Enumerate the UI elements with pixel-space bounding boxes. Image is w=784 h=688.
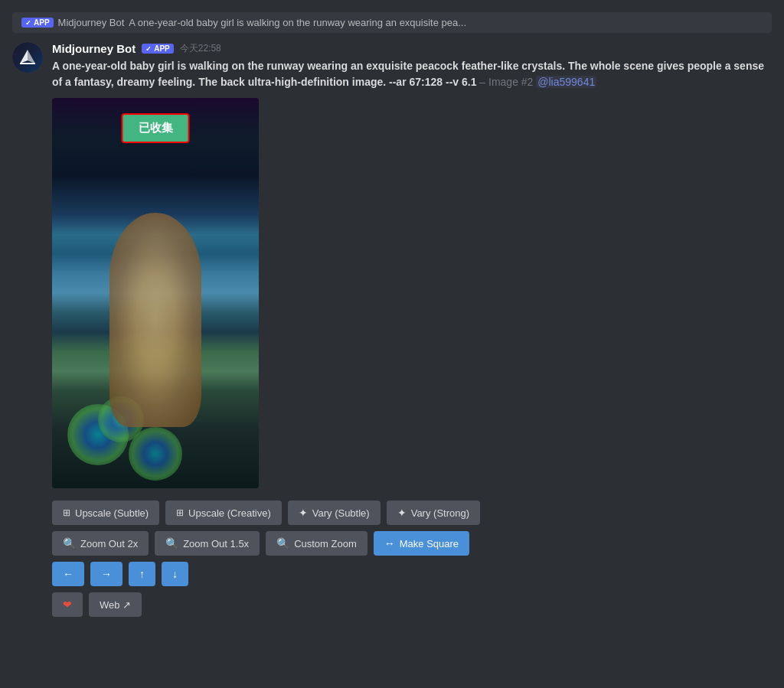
avatar-image: [12, 42, 43, 73]
app-badge-top: APP: [21, 18, 54, 28]
upscale-creative-button[interactable]: ⊞ Upscale (Creative): [165, 501, 282, 525]
zoom-out-1x5-button[interactable]: 🔍 Zoom Out 1.5x: [155, 531, 260, 556]
vary-subtle-label: Vary (Subtle): [312, 507, 370, 519]
upscale-subtle-label: Upscale (Subtle): [75, 507, 149, 519]
generated-image: [52, 98, 259, 488]
upscale-subtle-button[interactable]: ⊞ Upscale (Subtle): [52, 501, 159, 525]
button-row-1: ⊞ Upscale (Subtle) ⊞ Upscale (Creative) …: [52, 501, 772, 525]
mention: @lia599641: [536, 76, 596, 88]
peacock-decor-3: [129, 427, 182, 481]
bot-username: Midjourney Bot: [52, 42, 136, 55]
svg-marker-0: [20, 50, 28, 64]
button-row-3: ← → ↑ ↓: [52, 562, 772, 586]
button-row-2: 🔍 Zoom Out 2x 🔍 Zoom Out 1.5x 🔍 Custom Z…: [52, 531, 772, 556]
notification-bot-name: Midjourney Bot: [58, 17, 125, 28]
upscale-creative-icon: ⊞: [176, 507, 184, 518]
web-label: Web ↗: [100, 599, 131, 611]
buttons-area: ⊞ Upscale (Subtle) ⊞ Upscale (Creative) …: [52, 501, 772, 617]
app-badge: APP: [142, 44, 174, 54]
zoom-out-1x5-label: Zoom Out 1.5x: [183, 538, 249, 549]
arrow-up-icon: ↑: [139, 568, 145, 580]
vary-strong-button[interactable]: ✦ Vary (Strong): [387, 501, 480, 525]
make-square-icon: ↔: [384, 537, 395, 549]
upscale-creative-label: Upscale (Creative): [188, 507, 271, 519]
zoom-out-2x-button[interactable]: 🔍 Zoom Out 2x: [52, 531, 149, 556]
arrow-up-button[interactable]: ↑: [129, 562, 155, 586]
upscale-subtle-icon: ⊞: [63, 507, 70, 518]
message-timestamp: 今天22:58: [180, 42, 221, 55]
heart-icon: ❤: [63, 598, 72, 611]
custom-zoom-icon: 🔍: [276, 537, 289, 549]
svg-marker-1: [28, 50, 35, 64]
message-row: Midjourney Bot APP 今天22:58 A one-year-ol…: [12, 42, 772, 617]
vary-subtle-button[interactable]: ✦ Vary (Subtle): [288, 501, 381, 525]
baby-silhouette: [109, 213, 201, 427]
make-square-label: Make Square: [400, 538, 459, 549]
make-square-button[interactable]: ↔ Make Square: [374, 531, 469, 556]
image-number: – Image #2: [479, 76, 536, 88]
custom-zoom-label: Custom Zoom: [294, 538, 357, 549]
notification-bar: APP Midjourney Bot A one-year-old baby g…: [12, 12, 772, 33]
message-text: A one-year-old baby girl is walking on t…: [52, 58, 772, 90]
arrow-right-button[interactable]: →: [90, 562, 122, 586]
message-body: A one-year-old baby girl is walking on t…: [52, 60, 764, 88]
web-button[interactable]: Web ↗: [89, 592, 142, 617]
notification-preview: A one-year-old baby girl is walking on t…: [129, 17, 466, 28]
avatar: [12, 42, 43, 73]
arrow-right-icon: →: [101, 568, 112, 580]
collected-button[interactable]: 已收集: [122, 113, 190, 143]
vary-strong-icon: ✦: [397, 507, 407, 519]
zoom-out-1x5-icon: 🔍: [165, 537, 178, 549]
vary-subtle-icon: ✦: [299, 507, 308, 519]
button-row-4: ❤ Web ↗: [52, 592, 772, 617]
arrow-down-icon: ↓: [172, 568, 178, 580]
heart-button[interactable]: ❤: [52, 592, 83, 617]
vary-strong-label: Vary (Strong): [411, 507, 469, 519]
arrow-down-button[interactable]: ↓: [162, 562, 188, 586]
arrow-left-icon: ←: [63, 568, 74, 580]
custom-zoom-button[interactable]: 🔍 Custom Zoom: [266, 531, 368, 556]
arrow-left-button[interactable]: ←: [52, 562, 84, 586]
message-content: Midjourney Bot APP 今天22:58 A one-year-ol…: [52, 42, 772, 617]
zoom-out-2x-label: Zoom Out 2x: [80, 538, 138, 549]
message-header: Midjourney Bot APP 今天22:58: [52, 42, 772, 55]
image-container: 已收集: [52, 98, 259, 488]
zoom-out-2x-icon: 🔍: [63, 537, 76, 549]
